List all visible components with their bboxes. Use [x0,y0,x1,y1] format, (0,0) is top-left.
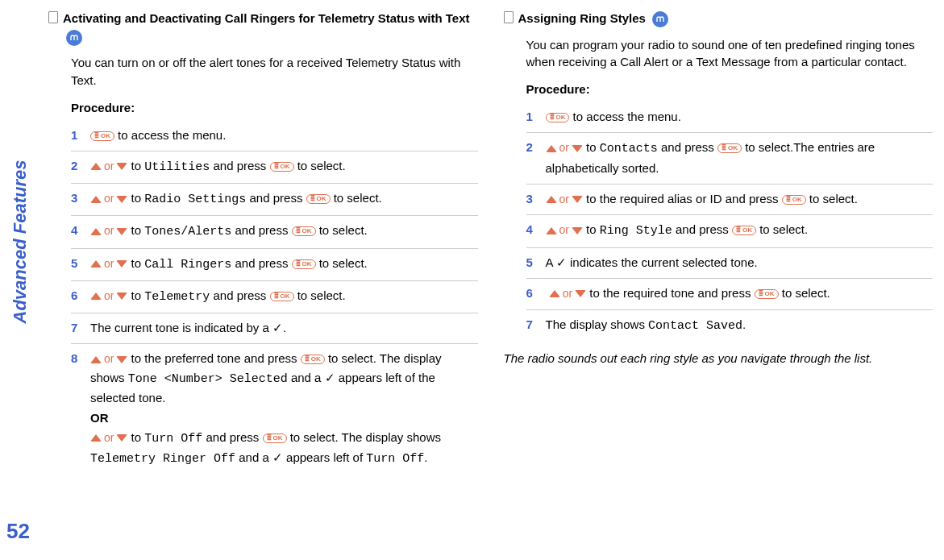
step-row: 1 OK to access the menu. [71,121,478,151]
up-arrow-icon [90,228,102,235]
intro-text: You can program your radio to sound one … [526,36,934,72]
or-text: or [104,224,114,237]
step-text: to select. [779,286,830,300]
step-number: 2 [71,156,84,176]
page-icon [48,11,58,23]
step-text: to select. [316,223,368,237]
menu-name: Call Ringers [144,258,231,272]
step-row: 6 or to Telemetry and press OK to select… [71,281,478,313]
procedure-label: Procedure: [526,82,934,96]
side-section-label: Advanced Features [10,160,31,324]
or-text: or [104,431,114,444]
step-body: or to Ring Style and press OK to select. [546,220,934,240]
step-body: The current tone is indicated by a ✓. [90,318,478,337]
ok-button-icon: OK [306,194,331,204]
up-arrow-icon [90,292,102,300]
step-body: or to Telemetry and press OK to select. [90,286,478,306]
up-arrow-icon [546,145,557,152]
step-text: to [127,223,144,237]
or-text: or [563,287,572,300]
steps-list-right: 1 OK to access the menu. 2 or to Contact… [526,102,934,342]
page-content: Activating and Deactivating Call Ringers… [0,0,944,484]
ok-button-icon: OK [717,143,742,153]
step-body: or to Call Ringers and press OK to selec… [90,254,478,274]
down-arrow-icon [116,434,127,442]
step-number: 8 [71,349,84,468]
up-arrow-icon [90,356,102,363]
display-text: Telemetry Ringer Off [90,452,235,466]
right-column: Assigning Ring Styles You can program yo… [504,10,934,475]
step-text: to access the menu. [114,128,226,142]
step-row: 1 OK to access the menu. [526,102,934,133]
procedure-label: Procedure: [71,101,478,114]
step-text: to select. [756,222,808,236]
step-text: to [127,191,144,205]
section-title-left: Activating and Deactivating Call Ringers… [48,10,478,46]
step-text: and press [246,191,306,205]
up-arrow-icon [546,196,557,203]
step-text: to [583,222,600,236]
menu-name: Turn Off [144,432,202,446]
step-number: 5 [71,254,84,274]
step-body: or to the required alias or ID and press… [546,189,934,209]
step-text: and press [202,430,262,444]
page-icon [504,11,514,23]
menu-name: Telemetry [144,290,210,304]
ok-button-icon: OK [292,259,316,269]
down-arrow-icon [116,163,127,170]
or-text: or [104,289,114,302]
step-row: 2 or to Utilities and press OK to select… [71,151,478,184]
down-arrow-icon [116,228,127,235]
ok-button-icon: OK [301,355,325,364]
down-arrow-icon [116,196,127,203]
step-text: to select. [806,192,858,205]
feature-badge-icon [652,11,668,27]
step-number: 1 [71,126,84,144]
step-text: and press [210,288,269,302]
step-row: 2 or to Contacts and press OK to select.… [526,133,934,185]
section-title-text: Activating and Deactivating Call Ringers… [63,10,478,46]
step-text: and press [210,159,269,172]
step-row: 7 The display shows Contact Saved. [526,310,934,342]
step-number: 2 [526,138,539,177]
or-text: or [104,352,114,365]
step-number: 3 [71,189,84,209]
step-text: . [424,450,427,464]
step-text: to [127,430,144,444]
or-text: or [104,192,114,205]
step-row: 5 or to Call Ringers and press OK to sel… [71,249,478,281]
feature-badge-icon [66,30,82,46]
or-text: or [104,160,114,172]
title-text-content: Assigning Ring Styles [518,11,646,25]
ok-button-icon: OK [732,226,756,235]
section-title-text: Assigning Ring Styles [518,10,934,28]
step-number: 3 [526,189,539,209]
step-text: and press [231,256,291,270]
step-number: 7 [71,318,84,337]
step-body: or to Tones/Alerts and press OK to selec… [90,221,478,241]
menu-name: Radio Settings [144,193,246,206]
left-column: Activating and Deactivating Call Ringers… [48,10,478,475]
down-arrow-icon [572,227,583,234]
step-text: and press [658,140,717,154]
step-body: or to Radio Settings and press OK to sel… [90,189,478,209]
step-number: 6 [526,284,539,303]
display-text: Contact Saved [648,319,742,333]
ok-button-icon: OK [90,131,114,141]
step-text: to [583,140,600,154]
down-arrow-icon [116,260,127,268]
menu-name: Contacts [600,142,658,156]
up-arrow-icon [549,290,560,297]
step-body: or to the preferred tone and press OK to… [90,349,478,468]
ok-button-icon: OK [546,113,570,122]
menu-name: Tones/Alerts [144,225,231,239]
step-row: 5 A ✓ indicates the current selected ton… [526,248,934,279]
down-arrow-icon [575,290,586,297]
footnote: The radio sounds out each ring style as … [504,350,934,367]
step-row: 6 or to the required tone and press OK t… [526,279,934,310]
step-text: to select. [316,256,368,270]
step-text: and a ✓ appears left of [235,450,366,464]
step-text: and press [231,223,291,237]
step-body: OK to access the menu. [546,107,934,126]
title-text-content: Activating and Deactivating Call Ringers… [63,11,470,25]
